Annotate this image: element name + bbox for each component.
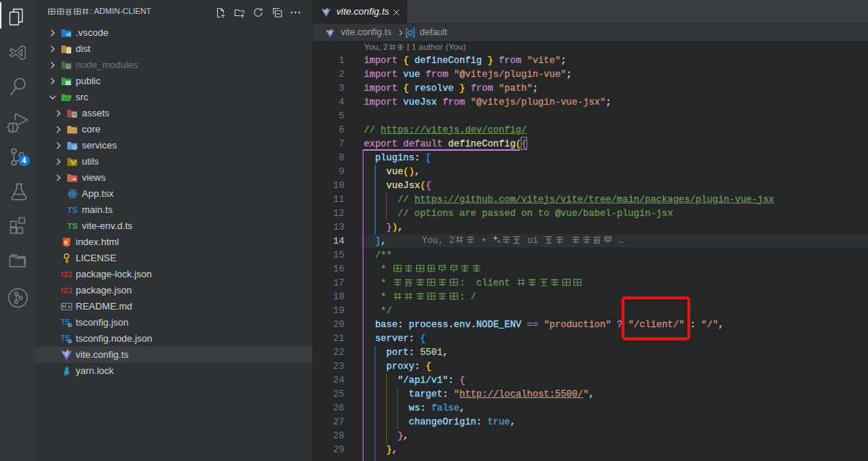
svg-text:5: 5 — [64, 239, 67, 246]
svg-text:TS: TS — [67, 206, 78, 214]
svg-text:TS: TS — [67, 222, 78, 230]
